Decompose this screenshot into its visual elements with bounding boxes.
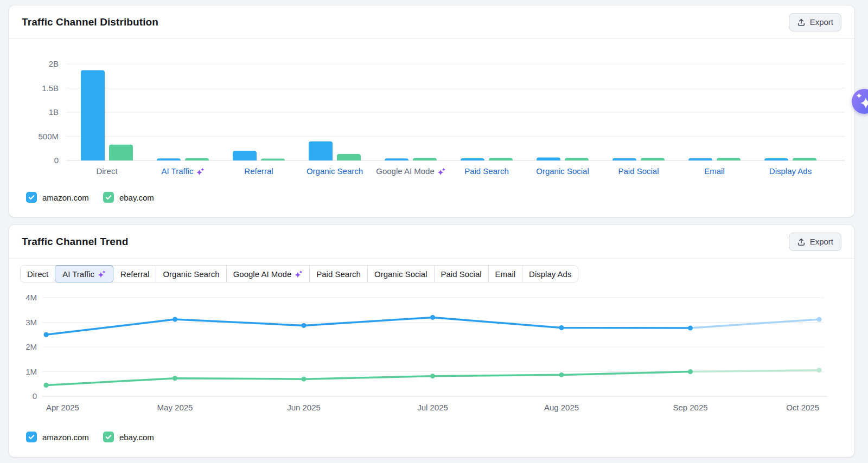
category-label-text: Direct: [96, 166, 117, 177]
category-label-organic-search[interactable]: Organic Search: [307, 166, 363, 177]
bar-ebay-com-email: [717, 158, 741, 160]
y-axis-tick: 2M: [25, 342, 37, 351]
category-label-text: Organic Search: [307, 166, 363, 177]
data-point: [817, 317, 822, 322]
y-axis-tick: 500M: [38, 132, 59, 141]
legend-label: amazon.com: [42, 193, 89, 202]
data-point: [688, 369, 693, 374]
bar-amazon-com-paid-search: [461, 158, 484, 160]
category-label-display-ads[interactable]: Display Ads: [769, 166, 812, 177]
category-label-ai-traffic[interactable]: AI Traffic: [162, 166, 205, 177]
tab-label: Email: [495, 269, 516, 279]
category-label-organic-social[interactable]: Organic Social: [536, 166, 589, 177]
trend-line-forecast-amazon-com: [691, 319, 820, 328]
tab-paid-search[interactable]: Paid Search: [309, 266, 367, 282]
category-label-paid-search[interactable]: Paid Search: [464, 166, 509, 177]
bar-chart: 0500M1B1.5B2B: [9, 54, 854, 182]
bar-ebay-com-organic-social: [565, 158, 589, 160]
data-point: [173, 376, 177, 381]
category-label-email[interactable]: Email: [704, 166, 725, 177]
tab-referral[interactable]: Referral: [113, 266, 156, 282]
tab-email[interactable]: Email: [488, 266, 522, 282]
legend-label: amazon.com: [42, 433, 89, 442]
export-button[interactable]: Export: [789, 13, 841, 31]
legend-checkbox-amazon-com[interactable]: [26, 432, 37, 442]
bar-amazon-com-paid-social: [612, 158, 636, 160]
panel-header: Traffic Channel Distribution Export: [9, 5, 854, 39]
data-point: [44, 383, 49, 388]
bar-amazon-com-google-ai-mode: [385, 158, 409, 160]
bar-ebay-com-paid-search: [489, 158, 513, 160]
category-label-text: Paid Social: [618, 166, 659, 177]
bar-ebay-com-ai-traffic: [185, 158, 209, 160]
export-icon: [797, 18, 806, 27]
ai-sparkle-icon: [98, 270, 106, 278]
tab-label: AI Traffic: [62, 269, 94, 279]
traffic-channel-trend-panel: Traffic Channel Trend Export DirectAI Tr…: [9, 225, 854, 457]
legend-label: ebay.com: [119, 193, 154, 202]
export-button-label: Export: [810, 17, 833, 27]
bar-ebay-com-organic-search: [337, 154, 361, 160]
tab-label: Organic Social: [374, 269, 427, 279]
bar-chart-block: 0500M1B1.5B2B DirectAI TrafficReferralOr…: [9, 54, 854, 182]
bar-ebay-com-direct: [109, 145, 133, 160]
tab-display-ads[interactable]: Display Ads: [522, 266, 578, 282]
tab-label: Organic Search: [163, 269, 219, 279]
trend-legend: amazon.comebay.com: [9, 430, 854, 443]
export-button[interactable]: Export: [789, 233, 841, 251]
bar-amazon-com-email: [688, 158, 712, 160]
category-label-paid-social[interactable]: Paid Social: [618, 166, 659, 177]
tab-direct[interactable]: Direct: [21, 266, 55, 282]
channel-tab-bar: DirectAI TrafficReferralOrganic SearchGo…: [20, 265, 578, 282]
legend-item-ebay-com: ebay.com: [103, 432, 154, 442]
category-label-text: Paid Search: [464, 166, 509, 177]
y-axis-tick: 4M: [25, 293, 37, 302]
y-axis-tick: 2B: [49, 59, 59, 68]
line-chart: 01M2M3M4MApr 2025May 2025Jun 2025Jul 202…: [9, 287, 854, 417]
bar-ebay-com-display-ads: [793, 158, 816, 160]
tab-label: Referral: [120, 269, 149, 279]
ai-assistant-button[interactable]: [852, 89, 868, 114]
legend-label: ebay.com: [119, 433, 154, 442]
category-label-text: AI Traffic: [162, 166, 194, 177]
bar-amazon-com-referral: [233, 151, 257, 160]
tab-label: Google AI Mode: [233, 269, 292, 279]
data-point: [430, 315, 435, 320]
category-label-direct: Direct: [96, 166, 117, 177]
legend-checkbox-amazon-com[interactable]: [26, 192, 37, 203]
tab-ai-traffic[interactable]: AI Traffic: [55, 265, 113, 282]
data-point: [817, 368, 822, 372]
legend-checkbox-ebay-com[interactable]: [103, 192, 114, 203]
y-axis-tick: 3M: [25, 318, 37, 327]
category-label-text: Display Ads: [769, 166, 812, 177]
data-point: [44, 332, 49, 337]
check-icon: [105, 194, 112, 201]
category-label-referral[interactable]: Referral: [244, 166, 273, 177]
y-axis-tick: 0: [33, 391, 37, 401]
check-icon: [28, 434, 35, 440]
y-axis-tick: 1.5B: [42, 83, 59, 93]
panel-header: Traffic Channel Trend Export: [9, 225, 854, 259]
bar-chart-category-labels: DirectAI TrafficReferralOrganic SearchGo…: [9, 166, 854, 178]
check-icon: [105, 434, 112, 440]
bar-ebay-com-referral: [261, 158, 285, 160]
tab-google-ai-mode[interactable]: Google AI Mode: [226, 266, 310, 282]
y-axis-tick: 1B: [49, 107, 59, 117]
data-point: [559, 325, 564, 330]
y-axis-tick: 0: [54, 156, 59, 165]
trend-line-ebay-com: [46, 372, 691, 385]
tab-organic-search[interactable]: Organic Search: [156, 266, 226, 282]
export-icon: [797, 237, 806, 246]
data-point: [302, 323, 307, 328]
x-axis-tick: Oct 2025: [786, 403, 819, 412]
tab-organic-social[interactable]: Organic Social: [367, 266, 434, 282]
bar-amazon-com-ai-traffic: [157, 158, 181, 160]
category-label-google-ai-mode: Google AI Mode: [376, 166, 445, 177]
tab-paid-social[interactable]: Paid Social: [434, 266, 488, 282]
data-point: [430, 374, 435, 378]
legend-item-amazon-com: amazon.com: [26, 432, 89, 442]
data-point: [559, 372, 564, 377]
ai-sparkle-icon: [196, 168, 204, 176]
bar-amazon-com-display-ads: [764, 158, 788, 160]
legend-checkbox-ebay-com[interactable]: [103, 432, 114, 442]
